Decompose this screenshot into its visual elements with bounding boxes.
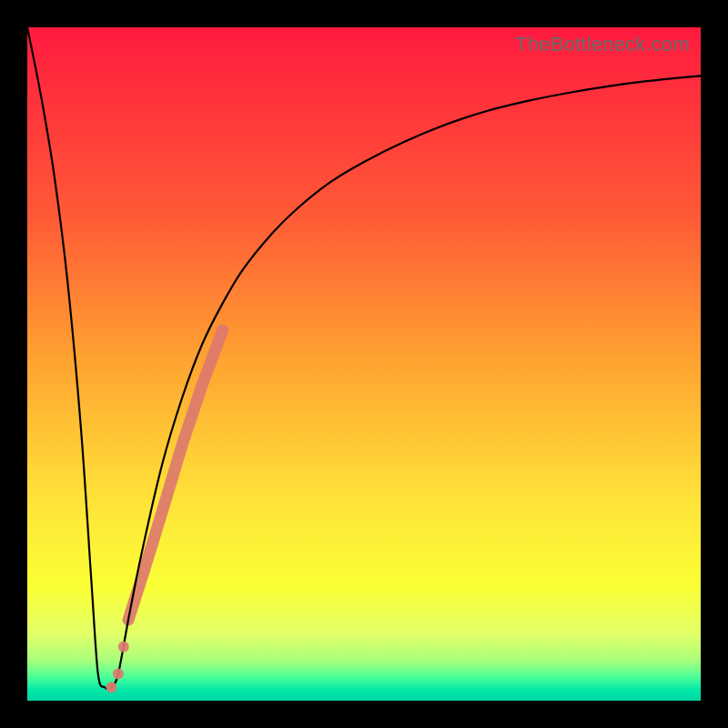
chart-svg: [27, 27, 701, 701]
svg-point-2: [118, 642, 129, 652]
watermark-text: TheBottleneck.com: [515, 33, 690, 56]
chart-frame: TheBottleneck.com: [0, 0, 728, 728]
svg-point-3: [106, 682, 117, 693]
svg-point-1: [113, 668, 124, 679]
marker-segment: [128, 330, 223, 620]
marker-dots: [106, 642, 129, 693]
bottleneck-curve: [27, 27, 701, 689]
plot-area: TheBottleneck.com: [27, 27, 701, 701]
